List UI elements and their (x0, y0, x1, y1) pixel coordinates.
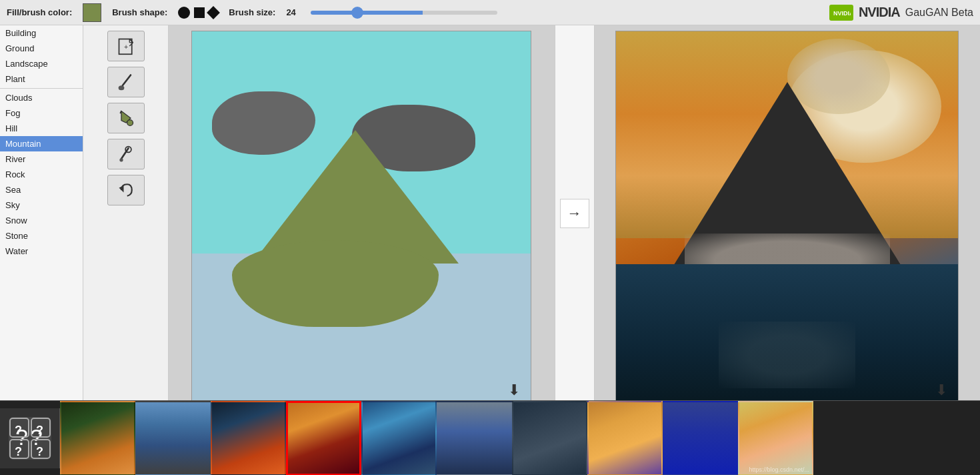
svg-point-9 (118, 85, 124, 90)
watermark: https://blog.csdn.net/... (749, 466, 809, 473)
svg-text:NVIDIA: NVIDIA (833, 10, 851, 17)
svg-point-10 (127, 120, 133, 126)
thumbnail-10[interactable]: https://blog.csdn.net/... (738, 401, 813, 476)
thumbnail-2[interactable] (135, 401, 211, 476)
sidebar-item-fog[interactable]: Fog (0, 105, 83, 121)
svg-text:?: ? (15, 424, 22, 437)
sidebar-item-hill[interactable]: Hill (0, 121, 83, 136)
fill-label: Fill/brush color: (7, 7, 72, 17)
svg-text:?: ? (36, 424, 43, 437)
sidebar-item-ground[interactable]: Ground (0, 41, 83, 56)
sidebar-item-sea[interactable]: Sea (0, 182, 83, 197)
output-download-button[interactable]: ⬇ (931, 380, 952, 401)
nvidia-svg: NVIDIA (832, 6, 851, 19)
sidebar-item-mountain[interactable]: Mountain (0, 136, 83, 151)
shape-circle[interactable] (178, 7, 190, 19)
canvas-download-button[interactable]: ⬇ (503, 380, 525, 401)
svg-line-12 (121, 148, 129, 159)
toolbar: Fill/brush color: Brush shape: Brush siz… (0, 0, 980, 25)
brush-shapes (178, 7, 218, 19)
thumbnail-6[interactable] (437, 401, 512, 476)
sidebar-divider-1 (0, 88, 83, 89)
thumbnail-3[interactable] (211, 401, 286, 476)
sidebar-item-sky[interactable]: Sky (0, 197, 83, 213)
brush-button[interactable] (107, 67, 145, 97)
generate-button[interactable]: → (560, 199, 589, 228)
thumbnail-8[interactable] (587, 401, 663, 476)
thumbnail-5[interactable] (361, 401, 437, 476)
gaugan-label: GauGAN Beta (905, 7, 973, 19)
brush-size-slider[interactable] (311, 11, 497, 15)
shape-diamond[interactable] (207, 6, 220, 19)
shape-square[interactable] (194, 7, 205, 18)
new-canvas-icon: + (117, 37, 135, 55)
bottom-strip: ? ? ? ? ? ? https://blog.csdn.net/... (0, 400, 980, 475)
thumbnail-4[interactable] (286, 401, 361, 476)
new-canvas-button[interactable]: + (107, 31, 145, 61)
sidebar-item-clouds[interactable]: Clouds (0, 90, 83, 105)
thumbnail-7[interactable] (512, 401, 587, 476)
thumbnail-1[interactable] (60, 401, 135, 476)
svg-text:?: ? (36, 445, 43, 458)
thumbnail-9[interactable] (663, 401, 738, 476)
eyedropper-icon (117, 145, 135, 163)
sidebar-item-water[interactable]: Water (0, 244, 83, 259)
nvidia-text: NVIDIA (859, 5, 900, 20)
brush-shape-label: Brush shape: (112, 7, 167, 17)
svg-text:?: ? (15, 445, 22, 458)
random-button[interactable]: ? ? ? ? ? ? (0, 408, 60, 468)
thumbnail-strip: https://blog.csdn.net/... (60, 401, 980, 476)
sidebar-item-landscape[interactable]: Landscape (0, 56, 83, 71)
eyedropper-button[interactable] (107, 139, 145, 169)
undo-icon (117, 181, 135, 199)
output-image (615, 31, 959, 408)
random-icon: ? ? ? ? ? ? (9, 417, 51, 460)
output-water-reflect (719, 322, 855, 388)
brush-size-label: Brush size: (229, 7, 275, 17)
fill-icon (117, 109, 135, 127)
color-swatch[interactable] (83, 3, 101, 22)
sidebar-item-building[interactable]: Building (0, 25, 83, 41)
fill-button[interactable] (107, 103, 145, 133)
brush-size-value: 24 (286, 7, 295, 17)
sidebar-item-plant[interactable]: Plant (0, 71, 83, 87)
undo-button[interactable] (107, 175, 145, 205)
nvidia-icon: NVIDIA (829, 5, 853, 21)
svg-line-8 (122, 75, 130, 86)
svg-point-14 (119, 158, 123, 161)
brush-icon (117, 73, 135, 91)
canvas-mountain-base (232, 240, 439, 327)
sidebar-item-river[interactable]: River (0, 151, 83, 167)
sidebar-item-snow[interactable]: Snow (0, 213, 83, 228)
sidebar-item-stone[interactable]: Stone (0, 228, 83, 244)
drawing-canvas[interactable] (191, 31, 531, 408)
svg-text:+: + (123, 43, 127, 51)
nvidia-logo: NVIDIA NVIDIA GauGAN Beta (829, 5, 973, 21)
sidebar-item-rock[interactable]: Rock (0, 167, 83, 182)
